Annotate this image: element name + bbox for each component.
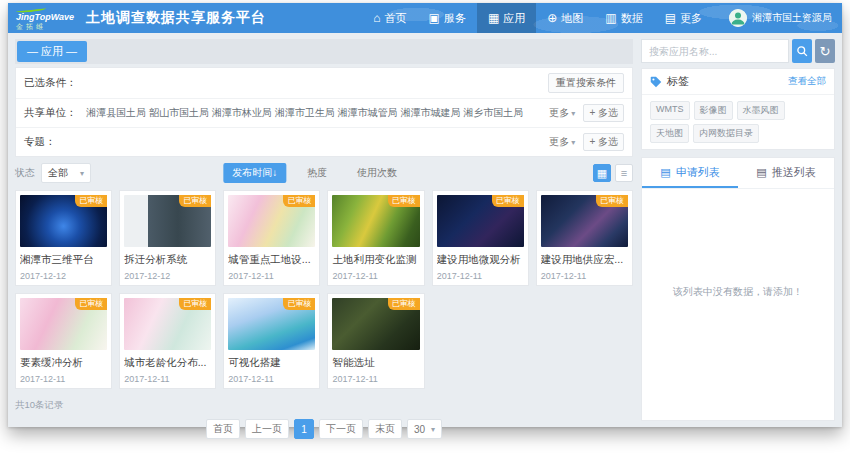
app-card-date: 2017-12-11	[437, 271, 524, 281]
reset-search-button[interactable]: 重置搜索条件	[548, 73, 624, 93]
app-card-title: 城管重点工地设...	[228, 253, 315, 267]
nav-services[interactable]: ▣ 服务	[418, 3, 477, 33]
app-thumbnail: 已审核	[437, 195, 524, 247]
user-account[interactable]: 湘潭市国土资源局	[729, 9, 832, 27]
share-unit-option[interactable]: 湘潭市卫生局	[275, 106, 335, 120]
tab-apply-list[interactable]: ▤ 申请列表	[642, 158, 738, 188]
page-1-button[interactable]: 1	[294, 419, 314, 439]
user-name: 湘潭市国土资源局	[752, 11, 832, 25]
app-thumbnail: 已审核	[228, 298, 315, 350]
tag-chip[interactable]: 水墨风图	[737, 101, 785, 120]
app-card[interactable]: 已审核 建设用地微观分析 2017-12-11	[432, 190, 529, 286]
topic-more-button[interactable]: 更多 ▾	[549, 135, 575, 149]
app-card[interactable]: 已审核 拆迁分析系统 2017-12-12	[119, 190, 216, 286]
app-card[interactable]: 已审核 城管重点工地设... 2017-12-11	[223, 190, 320, 286]
status-filter: 状态 全部 ▾	[15, 163, 91, 183]
share-unit-option[interactable]: 湘潭市城管局	[338, 106, 398, 120]
list-body: 该列表中没有数据，请添加！	[642, 189, 834, 420]
nav-label: 应用	[503, 11, 525, 26]
tab-push-list[interactable]: ▤ 推送列表	[738, 158, 834, 188]
app-card[interactable]: 已审核 湘潭市三维平台 2017-12-12	[15, 190, 112, 286]
nav-more[interactable]: ▤ 更多	[654, 3, 713, 33]
app-card[interactable]: 已审核 智能选址 2017-12-11	[327, 293, 424, 389]
share-unit-option[interactable]: 韶山市国土局	[149, 106, 209, 120]
tag-chip[interactable]: 天地图	[650, 124, 689, 143]
app-card-date: 2017-12-11	[124, 374, 211, 384]
sort-tab-publish-time[interactable]: 发布时间↓	[223, 163, 286, 183]
status-badge: 已审核	[388, 298, 420, 310]
tag-chip[interactable]: 内网数据目录	[693, 124, 759, 143]
more-icon: ▤	[665, 12, 676, 24]
search-input[interactable]	[641, 39, 789, 63]
selected-conditions-row: 已选条件： 重置搜索条件	[16, 68, 632, 98]
app-card[interactable]: 已审核 建设用地供应宏... 2017-12-11	[536, 190, 633, 286]
list-tabs: ▤ 申请列表 ▤ 推送列表	[642, 158, 834, 189]
nav-map[interactable]: ⊕ 地图	[536, 3, 594, 33]
app-thumbnail: 已审核	[124, 298, 211, 350]
chevron-down-icon: ▾	[431, 425, 435, 434]
app-card-title: 城市老龄化分布...	[124, 356, 211, 370]
share-unit-row: 共享单位： 湘潭县国土局韶山市国土局湘潭市林业局湘潭市卫生局湘潭市城管局湘潭市城…	[16, 98, 632, 127]
app-card-date: 2017-12-11	[332, 374, 419, 384]
apps-icon: ▦	[488, 12, 499, 24]
tag-chip[interactable]: 影像图	[694, 101, 733, 120]
sort-tab-usage-count[interactable]: 使用次数	[348, 163, 406, 183]
category-apps-button[interactable]: — 应用 —	[17, 41, 87, 62]
category-bar: — 应用 —	[15, 39, 633, 64]
tags-panel-header: 标签 查看全部	[642, 69, 834, 94]
page-size-select[interactable]: 30 ▾	[407, 419, 442, 439]
share-unit-option[interactable]: 湘潭市城建局	[400, 106, 460, 120]
app-card[interactable]: 已审核 土地利用变化监测 2017-12-11	[327, 190, 424, 286]
nav-label: 地图	[561, 11, 583, 26]
list-view-button[interactable]: ≡	[615, 164, 633, 182]
nav-apps[interactable]: ▦ 应用	[477, 3, 536, 33]
tags-title: 标签	[667, 74, 689, 89]
next-page-button[interactable]: 下一页	[319, 419, 363, 439]
grid-view-button[interactable]: ▦	[593, 164, 611, 182]
prev-page-button[interactable]: 上一页	[245, 419, 289, 439]
app-card-title: 建设用地微观分析	[437, 253, 524, 267]
app-card-title: 要素缓冲分析	[20, 356, 107, 370]
search-button[interactable]	[792, 39, 812, 63]
share-unit-option[interactable]: 湘乡市国土局	[463, 106, 523, 120]
share-unit-option[interactable]: 湘潭县国土局	[86, 106, 146, 120]
app-thumbnail: 已审核	[228, 195, 315, 247]
header: JingTopWave 金拓维 土地调查数据共享服务平台 ⌂ 首页 ▣ 服务 ▦…	[8, 3, 842, 33]
nav-data[interactable]: ▥ 数据	[594, 3, 653, 33]
logo[interactable]: JingTopWave 金拓维	[16, 7, 74, 30]
topic-row: 专题： 更多 ▾ + 多选	[16, 127, 632, 156]
app-thumbnail: 已审核	[20, 298, 107, 350]
empty-message: 该列表中没有数据，请添加！	[642, 285, 834, 299]
share-unit-more-button[interactable]: 更多 ▾	[549, 106, 575, 120]
list-tab-label: 推送列表	[772, 165, 816, 180]
app-card[interactable]: 已审核 可视化搭建 2017-12-11	[223, 293, 320, 389]
app-thumbnail: 已审核	[124, 195, 211, 247]
content: — 应用 — 已选条件： 重置搜索条件 共享单位： 湘潭县国土局韶山市国土局湘潭…	[8, 33, 842, 427]
app-card[interactable]: 已审核 城市老龄化分布... 2017-12-11	[119, 293, 216, 389]
topic-label: 专题：	[24, 135, 86, 149]
app-card-title: 智能选址	[332, 356, 419, 370]
tag-icon	[650, 76, 662, 88]
app-card-title: 拆迁分析系统	[124, 253, 211, 267]
refresh-button[interactable]: ↻	[815, 39, 835, 63]
page-buttons: 首页 上一页 1 下一页 末页	[206, 419, 402, 439]
view-all-link[interactable]: 查看全部	[788, 75, 826, 88]
topic-multiselect-button[interactable]: + 多选	[583, 133, 624, 151]
app-card-title: 湘潭市三维平台	[20, 253, 107, 267]
last-page-button[interactable]: 末页	[368, 419, 402, 439]
status-badge: 已审核	[75, 298, 107, 310]
logo-subtext: 金拓维	[16, 23, 74, 30]
status-select[interactable]: 全部 ▾	[41, 163, 91, 183]
status-badge: 已审核	[283, 195, 315, 207]
share-unit-multiselect-button[interactable]: + 多选	[583, 104, 624, 122]
chevron-down-icon: ▾	[80, 169, 84, 178]
logo-text: JingTopWave	[16, 13, 74, 22]
status-badge: 已审核	[283, 298, 315, 310]
tag-chip[interactable]: WMTS	[650, 101, 690, 120]
filter-panel: 已选条件： 重置搜索条件 共享单位： 湘潭县国土局韶山市国土局湘潭市林业局湘潭市…	[15, 67, 633, 157]
app-card[interactable]: 已审核 要素缓冲分析 2017-12-11	[15, 293, 112, 389]
sort-tab-popularity[interactable]: 热度	[298, 163, 336, 183]
nav-home[interactable]: ⌂ 首页	[362, 3, 417, 33]
first-page-button[interactable]: 首页	[206, 419, 240, 439]
share-unit-option[interactable]: 湘潭市林业局	[212, 106, 272, 120]
